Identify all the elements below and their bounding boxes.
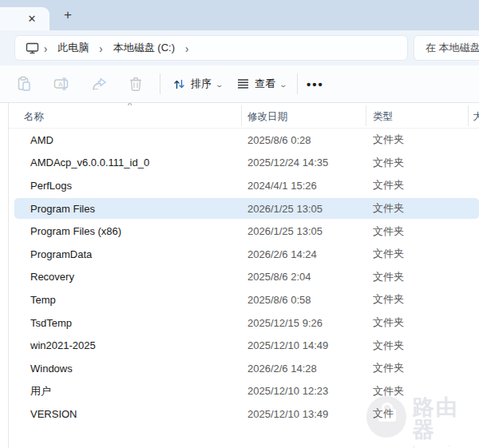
file-date: 2026/1/25 13:05 xyxy=(247,203,373,215)
column-header-row: ^ 名称 修改日期 类型 大 xyxy=(8,103,479,129)
rename-button[interactable]: A xyxy=(51,73,73,95)
this-pc-monitor-icon[interactable] xyxy=(26,42,39,54)
sort-button[interactable]: 排序 ⌄ xyxy=(166,73,229,95)
file-type: 文件夹 xyxy=(373,224,479,239)
sort-ascending-icon: ^ xyxy=(128,103,132,110)
breadcrumb-item-this-pc[interactable]: 此电脑 xyxy=(50,38,96,57)
toolbar-divider xyxy=(297,73,298,94)
file-date: 2026/2/6 14:24 xyxy=(247,248,373,260)
file-type: 文件夹 xyxy=(373,178,479,192)
column-separator[interactable] xyxy=(366,105,366,126)
breadcrumb: › 此电脑 › 本地磁盘 (C:) › xyxy=(26,38,192,57)
file-type: 文件夹 xyxy=(373,384,479,398)
tab-close-icon[interactable]: ✕ xyxy=(24,10,40,26)
view-button[interactable]: 查看 ⌄ xyxy=(230,73,293,95)
more-options-button[interactable]: ••• xyxy=(307,73,324,95)
address-bar-section: › 此电脑 › 本地磁盘 (C:) › 在 本地磁盘 xyxy=(0,30,479,65)
file-date: 2025/12/24 14:35 xyxy=(247,157,373,168)
file-name[interactable]: AMD xyxy=(0,134,247,146)
file-row[interactable]: 用户 2025/12/10 12:23 文件夹 xyxy=(0,380,479,403)
file-name[interactable]: AMDAcp_v6.0.0.111_id_0 xyxy=(0,157,247,168)
file-row[interactable]: TsdTemp 2025/12/15 9:26 文件夹 xyxy=(0,311,479,335)
file-list: AMD 2025/8/6 0:28 文件夹 AMDAcp_v6.0.0.111_… xyxy=(0,129,479,426)
file-date: 2025/8/6 0:58 xyxy=(247,294,373,306)
file-type: 文件夹 xyxy=(373,133,479,147)
file-type: 文件夹 xyxy=(373,339,479,353)
rename-icon: A xyxy=(53,76,71,92)
file-name[interactable]: Recovery xyxy=(0,271,247,283)
tab-bar: ✕ + xyxy=(0,0,479,30)
file-date: 2025/12/15 9:26 xyxy=(247,317,373,329)
file-type: 文件夹 xyxy=(373,270,479,284)
file-name[interactable]: Program Files xyxy=(0,203,247,215)
file-name[interactable]: VERSION xyxy=(0,408,247,420)
file-type: 文件夹 xyxy=(373,201,479,216)
file-row[interactable]: Windows 2026/2/6 14:28 文件夹 xyxy=(0,357,479,380)
file-row[interactable]: win2021-2025 2025/12/10 14:49 文件夹 xyxy=(0,334,479,357)
search-input[interactable]: 在 本地磁盘 xyxy=(414,35,479,61)
file-date: 2024/4/1 15:26 xyxy=(247,180,373,192)
breadcrumb-chevron-icon[interactable]: › xyxy=(41,41,50,54)
file-date: 2025/12/10 14:49 xyxy=(247,339,373,351)
file-name[interactable]: TsdTemp xyxy=(0,317,247,329)
chevron-down-icon: ⌄ xyxy=(215,81,224,89)
file-row[interactable]: Program Files (x86) 2026/1/25 13:05 文件夹 xyxy=(0,220,479,243)
file-type: 文件夹 xyxy=(373,315,479,330)
file-type: 文件夹 xyxy=(373,247,479,261)
file-name[interactable]: PerfLogs xyxy=(0,180,247,192)
file-row[interactable]: Recovery 2025/8/6 2:04 文件夹 xyxy=(0,266,479,289)
file-name[interactable]: Program Files (x86) xyxy=(0,225,247,237)
file-row[interactable]: AMD 2025/8/6 0:28 文件夹 xyxy=(0,129,479,152)
column-separator[interactable] xyxy=(241,105,242,126)
share-icon xyxy=(91,76,108,92)
column-header-size-partial[interactable]: 大 xyxy=(473,110,479,124)
sort-arrows-icon xyxy=(172,77,186,91)
file-date: 2025/12/10 12:23 xyxy=(247,385,373,397)
watermark-url: luyouqi.com xyxy=(413,444,479,448)
file-name[interactable]: win2021-2025 xyxy=(0,339,247,351)
explorer-tab[interactable]: ✕ xyxy=(0,7,49,30)
file-name[interactable]: 用户 xyxy=(0,384,247,398)
file-type: 文件 xyxy=(373,406,479,421)
file-type: 文件夹 xyxy=(373,361,479,375)
share-button[interactable] xyxy=(88,73,110,95)
file-name[interactable]: ProgramData xyxy=(0,248,247,260)
sort-button-label: 排序 xyxy=(191,77,212,91)
file-row[interactable]: ProgramData 2026/2/6 14:24 文件夹 xyxy=(0,243,479,266)
column-header-name[interactable]: 名称 xyxy=(24,110,44,124)
file-row-selected[interactable]: Program Files 2026/1/25 13:05 文件夹 xyxy=(0,197,479,220)
toolbar-divider xyxy=(160,73,160,94)
file-name[interactable]: Temp xyxy=(0,294,247,306)
column-header-type[interactable]: 类型 xyxy=(373,110,393,124)
address-input[interactable]: › 此电脑 › 本地磁盘 (C:) › xyxy=(14,35,408,61)
file-row[interactable]: PerfLogs 2024/4/1 15:26 文件夹 xyxy=(0,174,479,197)
breadcrumb-chevron-icon[interactable]: › xyxy=(96,41,105,54)
trash-icon xyxy=(129,76,143,92)
file-type: 文件夹 xyxy=(373,292,479,307)
pane-divider xyxy=(8,103,9,448)
paste-icon xyxy=(16,76,32,92)
file-row[interactable]: Temp 2025/8/6 0:58 文件夹 xyxy=(0,288,479,311)
file-date: 2026/1/25 13:05 xyxy=(247,225,373,237)
file-type: 文件夹 xyxy=(373,156,479,170)
column-header-date-modified[interactable]: 修改日期 xyxy=(247,110,287,124)
file-explorer-window: ✕ + › 此电脑 › 本地磁盘 (C:) › 在 本地磁盘 xyxy=(0,0,479,448)
paste-button[interactable] xyxy=(13,73,35,95)
delete-button[interactable] xyxy=(125,73,147,95)
column-separator[interactable] xyxy=(468,105,469,126)
svg-text:A: A xyxy=(58,81,63,88)
command-toolbar: A xyxy=(0,65,479,103)
view-button-label: 查看 xyxy=(255,77,275,91)
breadcrumb-item-local-disk-c[interactable]: 本地磁盘 (C:) xyxy=(106,38,182,57)
view-list-icon xyxy=(236,77,250,90)
file-name[interactable]: Windows xyxy=(0,363,247,375)
file-date: 2025/8/6 0:28 xyxy=(247,134,373,146)
chevron-down-icon: ⌄ xyxy=(279,81,287,89)
file-row[interactable]: AMDAcp_v6.0.0.111_id_0 2025/12/24 14:35 … xyxy=(0,152,479,175)
file-date: 2026/2/6 14:28 xyxy=(247,363,373,375)
file-row[interactable]: VERSION 2025/12/10 13:49 文件 xyxy=(0,402,479,426)
breadcrumb-chevron-icon[interactable]: › xyxy=(182,41,192,54)
file-date: 2025/8/6 2:04 xyxy=(247,271,373,283)
file-date: 2025/12/10 13:49 xyxy=(247,408,373,420)
new-tab-button[interactable]: + xyxy=(59,6,77,24)
